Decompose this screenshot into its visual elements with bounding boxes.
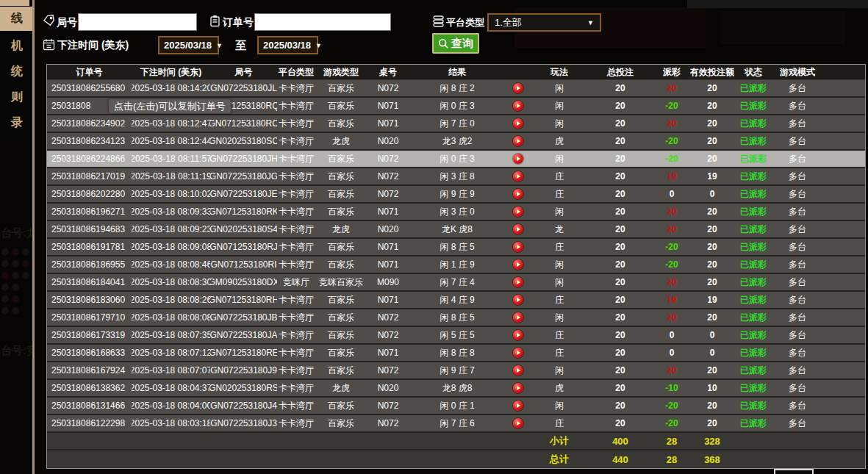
play-icon[interactable] (513, 401, 523, 411)
replay-button[interactable] (505, 204, 531, 220)
table-row[interactable]: 2503180862022802025-03-18 08:10:02GN0722… (47, 186, 865, 204)
table-row[interactable]: 2503180862341232025-03-18 08:12:44GN0202… (47, 133, 865, 151)
game-no-input[interactable] (78, 13, 197, 31)
sidebar-item-1[interactable]: 线 (0, 7, 32, 31)
table-row[interactable]: 2503180861962712025-03-18 08:09:33GN0712… (47, 204, 865, 221)
replay-button[interactable] (505, 80, 531, 96)
table-row[interactable]: 2503180861733192025-03-18 08:07:35GN0722… (47, 327, 865, 345)
col-header-status: 状态 (734, 65, 772, 79)
replay-button[interactable] (505, 309, 531, 326)
date-to-select[interactable]: 2025/03/18 ▼ (257, 36, 318, 54)
play-icon[interactable] (513, 154, 523, 164)
table-row[interactable]: 2503180861679242025-03-18 08:07:07GN0722… (47, 362, 865, 380)
cell-game-type: 百家乐 (315, 415, 367, 431)
cell-bet-time: 2025-03-18 08:11:57 (132, 151, 210, 167)
cell-order-no: 250318086186955 (47, 256, 132, 273)
play-icon[interactable] (513, 312, 523, 323)
table-row[interactable]: 2503180861946832025-03-18 08:09:23GN0202… (47, 221, 865, 239)
play-icon[interactable] (513, 277, 523, 287)
cell-result: 闲 9 庄 7 (409, 362, 505, 378)
platform-list-icon (432, 15, 445, 27)
platform-type-value: 1.全部 (495, 16, 522, 29)
play-icon[interactable] (513, 224, 523, 234)
cell-valid-bet: 19 (690, 168, 734, 184)
replay-button[interactable] (505, 292, 531, 308)
replay-button[interactable] (505, 239, 531, 255)
replay-button[interactable] (505, 133, 531, 149)
table-row[interactable]: 2503180861797102025-03-18 08:08:08GN0722… (47, 309, 865, 327)
play-icon[interactable] (513, 171, 523, 182)
cell-payout: 20 (653, 204, 690, 220)
table-row[interactable]: 2503180861840412025-03-18 08:08:30GM0902… (47, 274, 865, 292)
sidebar-item-5[interactable]: 录 (0, 112, 32, 134)
replay-button[interactable] (505, 221, 531, 237)
replay-button[interactable] (505, 415, 531, 431)
replay-button[interactable] (505, 151, 531, 167)
table-row[interactable]: 2503180862349022025-03-18 08:12:47GN0712… (47, 115, 865, 133)
replay-button[interactable] (505, 398, 531, 414)
play-icon[interactable] (513, 207, 523, 217)
pagination-button-partial[interactable] (774, 469, 814, 474)
table-row[interactable]: 2503180861869552025-03-18 08:08:46GN0712… (47, 256, 865, 274)
table-row[interactable]: 2503180862170192025-03-18 08:11:19GN0722… (47, 168, 865, 186)
cell-status: 已派彩 (734, 186, 772, 202)
cell-bet-time: 2025-03-18 08:04:37 (132, 380, 210, 396)
table-row[interactable]: 2503180861314662025-03-18 08:04:00GN0722… (47, 398, 865, 415)
replay-button[interactable] (505, 345, 531, 361)
order-no-input[interactable] (254, 13, 391, 31)
cell-game-no: GN071253180RO (210, 115, 277, 132)
play-icon[interactable] (513, 259, 523, 270)
cell-status: 已派彩 (734, 239, 772, 255)
play-icon[interactable] (513, 348, 523, 358)
cell-result: 闲 3 庄 0 (409, 204, 505, 220)
sidebar-item-2[interactable]: 机 (0, 35, 32, 57)
cell-play-type: 闲 (531, 362, 587, 378)
play-icon[interactable] (513, 365, 523, 376)
replay-button[interactable] (505, 327, 531, 343)
play-icon[interactable] (513, 295, 523, 305)
cell-play-type: 庄 (531, 186, 587, 202)
table-row[interactable]: 2503180861686332025-03-18 08:07:12GN0712… (47, 345, 865, 362)
cell-platform: 卡卡湾厅 (277, 239, 315, 255)
cell-order-no: 250318086196271 (47, 204, 132, 220)
sidebar-item-3[interactable]: 统 (0, 61, 32, 82)
play-icon[interactable] (513, 83, 523, 93)
replay-button[interactable] (505, 98, 531, 114)
replay-button[interactable] (505, 256, 531, 273)
replay-button[interactable] (505, 115, 531, 132)
play-icon[interactable] (513, 118, 523, 129)
cell-result: 闲 4 庄 9 (409, 292, 505, 308)
play-icon[interactable] (513, 242, 523, 252)
play-icon[interactable] (513, 330, 523, 340)
play-icon[interactable] (513, 189, 523, 199)
play-icon[interactable] (513, 101, 523, 111)
platform-type-select[interactable]: 1.全部 ▼ (487, 13, 601, 32)
cell-valid-bet: 20 (690, 151, 734, 167)
cell-status: 已派彩 (734, 274, 772, 290)
play-icon[interactable] (513, 418, 523, 428)
cell-bet-time: 2025-03-18 08:03:18 (132, 415, 210, 431)
cell-bet-time: 2025-03-18 08:07:35 (132, 327, 210, 343)
table-row[interactable]: 2503180861383622025-03-18 08:04:37GN0202… (47, 380, 865, 398)
search-icon (438, 38, 449, 49)
table-row[interactable]: 2503180861222982025-03-18 08:03:18GN0722… (47, 415, 865, 433)
replay-button[interactable] (505, 186, 531, 202)
cell-play-type: 闲 (531, 151, 587, 167)
cell-result: 闲 8 庄 2 (409, 80, 505, 96)
table-row[interactable]: 2503180862556802025-03-18 08:14:20GN0722… (47, 80, 865, 98)
table-row[interactable]: 2503180861917812025-03-18 08:09:08GN0712… (47, 239, 865, 256)
cell-bet-time: 2025-03-18 08:09:33 (132, 204, 210, 220)
cell-play-type: 庄 (531, 168, 587, 184)
replay-button[interactable] (505, 380, 531, 396)
table-row[interactable]: 2503180842GN071253180RQ卡卡湾厅百家乐N071闲 0 庄 … (47, 98, 865, 115)
table-row[interactable]: 2503180861830602025-03-18 08:08:26GN0712… (47, 292, 865, 309)
replay-button[interactable] (505, 362, 531, 378)
query-button[interactable]: 查询 (432, 33, 479, 54)
date-from-select[interactable]: 2025/03/18 ▼ (158, 36, 219, 54)
replay-button[interactable] (505, 274, 531, 290)
sidebar-item-4[interactable]: 则 (0, 86, 32, 108)
play-icon[interactable] (513, 383, 523, 393)
play-icon[interactable] (513, 136, 523, 146)
replay-button[interactable] (505, 168, 531, 184)
table-row[interactable]: 2503180862248662025-03-18 08:11:57GN0722… (47, 151, 865, 168)
